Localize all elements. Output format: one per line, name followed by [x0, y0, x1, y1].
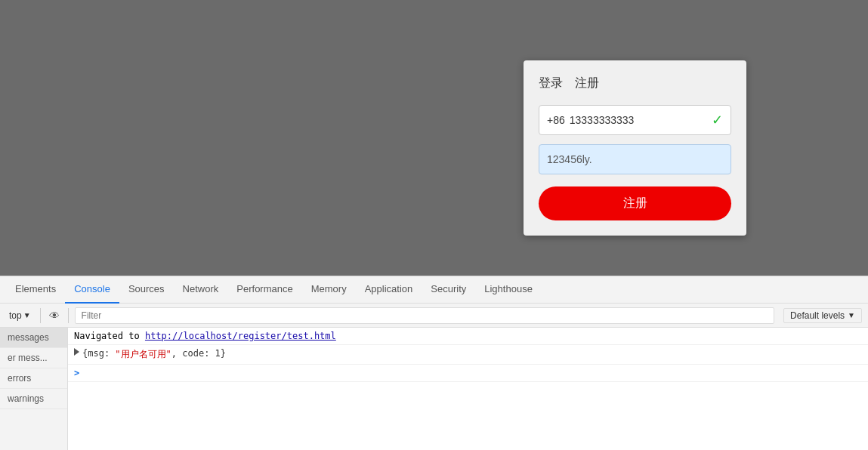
- tab-performance[interactable]: Performance: [227, 276, 301, 304]
- phone-number: 13333333333: [570, 114, 712, 126]
- tab-security[interactable]: Security: [422, 276, 475, 304]
- register-card: 登录 注册 +86 13333333333 ✓ 123456ly. 注册: [524, 60, 746, 236]
- sidebar-item-warnings[interactable]: warnings: [0, 389, 67, 409]
- check-icon: ✓: [712, 112, 723, 128]
- filter-input[interactable]: [75, 307, 774, 324]
- card-tabs: 登录 注册: [539, 76, 731, 93]
- console-msg-value: "用户名可用": [115, 348, 171, 361]
- password-text: 123456ly.: [547, 153, 592, 165]
- phone-input-wrapper: +86 13333333333 ✓: [539, 105, 731, 135]
- console-prompt-line[interactable]: >: [68, 365, 868, 382]
- sidebar-item-user-messages[interactable]: er mess...: [0, 348, 67, 368]
- register-button[interactable]: 注册: [539, 186, 731, 220]
- tab-network[interactable]: Network: [174, 276, 228, 304]
- toolbar-divider-2: [68, 308, 69, 323]
- tab-memory[interactable]: Memory: [302, 276, 356, 304]
- devtools-tabs: Elements Console Sources Network Perform…: [0, 276, 868, 304]
- browser-content: 登录 注册 +86 13333333333 ✓ 123456ly. 注册: [0, 0, 868, 276]
- context-selector[interactable]: top ▼: [6, 309, 34, 322]
- console-content: messages er mess... errors warnings Navi…: [0, 328, 868, 450]
- console-nav-link[interactable]: http://localhost/register/test.html: [145, 331, 336, 341]
- devtools-panel: Elements Console Sources Network Perform…: [0, 276, 868, 450]
- expand-icon[interactable]: [74, 348, 79, 356]
- register-tab[interactable]: 注册: [575, 76, 599, 93]
- context-dropdown-arrow: ▼: [23, 311, 31, 319]
- sidebar-item-messages[interactable]: messages: [0, 328, 67, 348]
- tab-sources[interactable]: Sources: [119, 276, 174, 304]
- console-line-nav: Navigated to http://localhost/register/t…: [68, 328, 868, 345]
- console-prompt-chevron: >: [74, 368, 79, 378]
- levels-dropdown-arrow: ▼: [848, 311, 855, 319]
- tab-application[interactable]: Application: [356, 276, 422, 304]
- devtools-toolbar: top ▼ 👁 Default levels ▼: [0, 304, 868, 328]
- tab-lighthouse[interactable]: Lighthouse: [475, 276, 542, 304]
- console-sidebar: messages er mess... errors warnings: [0, 328, 68, 450]
- tab-elements[interactable]: Elements: [6, 276, 65, 304]
- console-main: Navigated to http://localhost/register/t…: [68, 328, 868, 450]
- sidebar-item-errors[interactable]: errors: [0, 368, 67, 389]
- login-tab[interactable]: 登录: [539, 76, 563, 93]
- phone-prefix: +86: [547, 114, 565, 126]
- password-input-wrapper[interactable]: 123456ly.: [539, 144, 731, 174]
- console-line-obj: {msg: "用户名可用" , code: 1}: [68, 345, 868, 365]
- eye-icon[interactable]: 👁: [47, 308, 62, 323]
- default-levels-dropdown[interactable]: Default levels ▼: [783, 308, 862, 323]
- tab-console[interactable]: Console: [65, 276, 119, 304]
- toolbar-divider-1: [40, 308, 41, 323]
